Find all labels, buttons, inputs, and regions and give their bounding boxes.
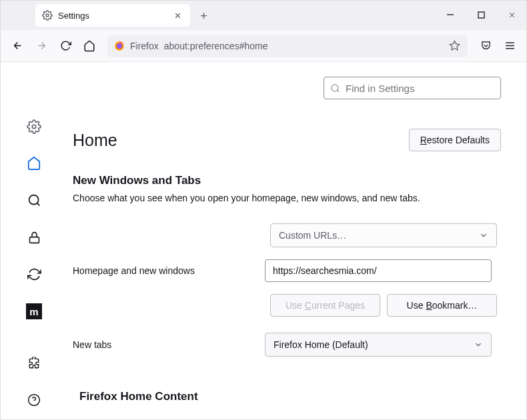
gear-icon <box>42 10 53 21</box>
homepage-url-input[interactable] <box>265 259 492 282</box>
chevron-down-icon <box>474 340 483 349</box>
homepage-dropdown-label: Custom URLs… <box>279 230 346 241</box>
app-menu-button[interactable] <box>498 35 521 57</box>
settings-search[interactable] <box>324 77 501 99</box>
url-bar[interactable]: Firefox about:preferences#home <box>107 35 468 57</box>
url-text: about:preferences#home <box>164 41 442 51</box>
section-description: Choose what you see when you open your h… <box>73 193 501 203</box>
bookmark-star-icon[interactable] <box>448 39 461 53</box>
sidebar-item-home[interactable] <box>22 153 46 175</box>
newtabs-label: New tabs <box>73 339 253 350</box>
content-section-title: Firefox Home Content <box>79 390 501 403</box>
sidebar-item-extension[interactable]: m <box>22 301 46 323</box>
svg-point-4 <box>117 43 122 49</box>
search-icon <box>330 83 340 93</box>
tab-bar: Settings <box>1 1 526 30</box>
sidebar-item-general[interactable] <box>22 115 46 138</box>
svg-marker-5 <box>450 41 459 49</box>
save-to-pocket-button[interactable] <box>474 35 497 57</box>
settings-search-input[interactable] <box>346 83 494 94</box>
svg-point-15 <box>332 84 338 91</box>
tab-label: Settings <box>58 11 166 21</box>
svg-point-13 <box>29 395 40 406</box>
url-label: Firefox <box>130 41 159 51</box>
sidebar-item-sync[interactable] <box>22 263 46 286</box>
maximize-button[interactable] <box>466 0 496 29</box>
settings-sidebar: m <box>1 62 67 419</box>
page-title: Home <box>73 131 117 150</box>
use-bookmark-button[interactable]: Use Bookmark… <box>387 294 497 317</box>
use-current-pages-button: Use Current Pages <box>270 294 380 317</box>
svg-point-9 <box>32 125 36 129</box>
newtabs-dropdown-label: Firefox Home (Default) <box>274 339 368 350</box>
extension-icon: m <box>26 303 42 319</box>
svg-line-11 <box>37 203 39 206</box>
svg-point-0 <box>46 14 49 17</box>
tab-settings[interactable]: Settings <box>35 4 190 27</box>
reload-button[interactable] <box>54 35 77 57</box>
restore-defaults-button[interactable]: Restore Defaults <box>409 129 501 151</box>
sidebar-item-help[interactable] <box>22 389 46 412</box>
settings-main: Home Restore Defaults New Windows and Ta… <box>67 62 526 419</box>
sidebar-item-privacy[interactable] <box>22 227 46 249</box>
window-close-button[interactable] <box>496 0 527 29</box>
chevron-down-icon <box>479 231 488 240</box>
home-button[interactable] <box>78 35 101 57</box>
section-title: New Windows and Tabs <box>73 174 501 187</box>
homepage-dropdown[interactable]: Custom URLs… <box>270 223 497 247</box>
forward-button <box>30 35 53 57</box>
homepage-label: Homepage and new windows <box>73 265 253 276</box>
sidebar-item-extensions[interactable] <box>22 352 46 375</box>
toolbar: Firefox about:preferences#home <box>1 30 526 62</box>
sidebar-item-search[interactable] <box>22 189 46 212</box>
svg-line-16 <box>337 90 339 92</box>
new-tab-button[interactable] <box>193 5 214 26</box>
svg-point-10 <box>29 195 38 205</box>
minimize-button[interactable] <box>435 0 466 29</box>
svg-rect-12 <box>29 237 39 243</box>
close-icon[interactable] <box>171 9 183 21</box>
firefox-icon <box>114 41 125 51</box>
svg-rect-2 <box>478 12 484 18</box>
back-button[interactable] <box>6 35 29 57</box>
newtabs-dropdown[interactable]: Firefox Home (Default) <box>265 333 492 357</box>
